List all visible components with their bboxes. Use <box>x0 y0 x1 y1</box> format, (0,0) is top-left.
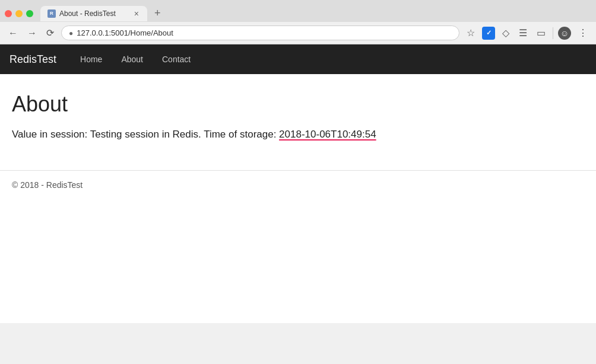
maximize-button[interactable] <box>26 10 33 17</box>
new-tab-button[interactable]: + <box>150 5 166 22</box>
pocket-button[interactable]: ◇ <box>500 26 512 40</box>
bookmark-button[interactable]: ☆ <box>464 26 477 40</box>
url-path: :5001/Home/About <box>109 28 173 37</box>
navbar-links: Home About Contact <box>71 44 200 74</box>
url-host: 127.0.0.1 <box>77 28 109 37</box>
tab-title: About - RedisTest <box>59 9 116 18</box>
forward-button[interactable]: → <box>25 27 39 40</box>
session-text-prefix: Value in session: Testing session in Red… <box>12 129 279 140</box>
main-content: About Value in session: Testing session … <box>0 74 596 170</box>
active-tab[interactable]: R About - RedisTest × <box>40 6 147 21</box>
navbar: RedisTest Home About Contact <box>0 44 596 74</box>
tab-close-button[interactable]: × <box>133 9 140 18</box>
url-bar[interactable]: ● 127.0.0.1:5001/Home/About <box>61 25 459 40</box>
session-timestamp: 2018-10-06T10:49:54 <box>279 129 376 140</box>
address-bar: ← → ⟳ ● 127.0.0.1:5001/Home/About ☆ ✓ ◇ … <box>0 22 596 44</box>
navbar-brand[interactable]: RedisTest <box>9 53 56 66</box>
cast-button[interactable]: ▭ <box>534 26 548 40</box>
app-body: RedisTest Home About Contact About Value… <box>0 44 596 323</box>
page-title: About <box>12 92 584 117</box>
toolbar-icons: ☆ ✓ ◇ ☰ ▭ ☺ ⋮ <box>464 26 590 40</box>
profile-button[interactable]: ☺ <box>558 27 571 40</box>
reader-button[interactable]: ☰ <box>516 26 530 40</box>
tab-bar: R About - RedisTest × + <box>0 0 596 22</box>
navbar-link-home[interactable]: Home <box>71 44 112 74</box>
minimize-button[interactable] <box>15 10 23 17</box>
back-button[interactable]: ← <box>6 27 20 40</box>
footer-text: © 2018 - RedisTest <box>12 180 83 190</box>
tab-favicon-icon: R <box>47 9 56 18</box>
close-button[interactable] <box>5 10 12 17</box>
refresh-button[interactable]: ⟳ <box>44 26 56 40</box>
url-text: 127.0.0.1:5001/Home/About <box>77 28 173 37</box>
window-controls <box>5 10 33 17</box>
navbar-link-contact[interactable]: Contact <box>153 44 200 74</box>
footer: © 2018 - RedisTest <box>0 170 596 199</box>
browser-chrome: R About - RedisTest × + ← → ⟳ ● 127.0.0.… <box>0 0 596 44</box>
navbar-link-about[interactable]: About <box>112 44 153 74</box>
lock-icon: ● <box>69 29 73 37</box>
session-info: Value in session: Testing session in Red… <box>12 129 584 141</box>
menu-button[interactable]: ⋮ <box>576 26 590 40</box>
extensions-button[interactable]: ✓ <box>482 27 495 40</box>
toolbar-separator <box>553 27 553 39</box>
